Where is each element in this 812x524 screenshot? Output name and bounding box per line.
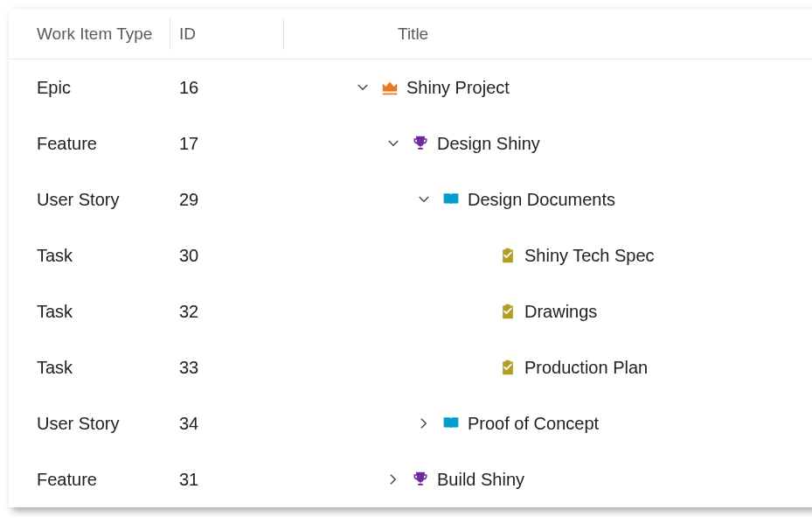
table-row[interactable]: Feature17Design Shiny <box>9 115 812 171</box>
work-item-id: 29 <box>170 190 284 210</box>
work-item-type: User Story <box>9 190 170 210</box>
chevron-down-icon[interactable] <box>415 191 433 208</box>
chevron-right-icon[interactable] <box>385 471 402 488</box>
work-item-title-cell: Shiny Tech Spec <box>284 246 812 266</box>
trophy-icon <box>411 470 430 489</box>
chevron-right-icon[interactable] <box>415 415 433 432</box>
column-header-type[interactable]: Work Item Type <box>9 18 170 50</box>
chevron-down-icon[interactable] <box>385 135 402 152</box>
work-item-id: 31 <box>170 470 284 490</box>
clipboard-icon <box>498 358 517 377</box>
work-item-title[interactable]: Build Shiny <box>437 470 524 490</box>
work-item-title-cell: Drawings <box>284 302 812 322</box>
table-row[interactable]: User Story29Design Documents <box>9 171 812 227</box>
column-header-title-label: Title <box>398 24 428 44</box>
table-header-row: Work Item Type ID Title <box>9 9 812 59</box>
work-item-title-cell: Build Shiny <box>284 470 812 490</box>
work-item-type: Epic <box>9 78 170 98</box>
work-item-id: 32 <box>170 302 284 322</box>
work-item-title[interactable]: Shiny Project <box>406 78 510 98</box>
column-header-id-label: ID <box>179 24 196 44</box>
table-row[interactable]: Task33Production Plan <box>9 339 812 395</box>
table-row[interactable]: Task32Drawings <box>9 283 812 339</box>
table-row[interactable]: Epic16Shiny Project <box>9 59 812 115</box>
column-header-title[interactable]: Title <box>284 18 812 50</box>
clipboard-icon <box>498 302 517 321</box>
work-item-type: User Story <box>9 414 170 434</box>
chevron-down-icon[interactable] <box>354 79 371 96</box>
clipboard-icon <box>498 246 517 265</box>
work-item-title[interactable]: Production Plan <box>524 358 648 378</box>
column-header-type-label: Work Item Type <box>37 24 152 44</box>
work-item-table: Work Item Type ID Title Epic16Shiny Proj… <box>9 9 812 507</box>
work-item-id: 16 <box>170 78 284 98</box>
column-header-id[interactable]: ID <box>170 18 284 50</box>
work-item-type: Task <box>9 302 170 322</box>
work-item-title-cell: Proof of Concept <box>284 414 812 434</box>
crown-icon <box>380 78 399 97</box>
work-item-title-cell: Production Plan <box>284 358 812 378</box>
work-item-title-cell: Design Shiny <box>284 134 812 154</box>
work-item-type: Task <box>9 246 170 266</box>
work-item-id: 17 <box>170 134 284 154</box>
book-icon <box>441 414 461 433</box>
work-item-title[interactable]: Proof of Concept <box>468 414 599 434</box>
work-item-title[interactable]: Drawings <box>524 302 597 322</box>
work-item-id: 33 <box>170 358 284 378</box>
table-row[interactable]: Task30Shiny Tech Spec <box>9 227 812 283</box>
work-item-title-cell: Shiny Project <box>284 78 812 98</box>
work-item-id: 34 <box>170 414 284 434</box>
work-item-title[interactable]: Shiny Tech Spec <box>524 246 655 266</box>
table-row[interactable]: User Story34Proof of Concept <box>9 395 812 451</box>
work-item-type: Feature <box>9 470 170 490</box>
work-item-type: Feature <box>9 134 170 154</box>
trophy-icon <box>411 134 430 153</box>
table-row[interactable]: Feature31Build Shiny <box>9 451 812 507</box>
book-icon <box>441 190 461 209</box>
work-item-type: Task <box>9 358 170 378</box>
work-item-title-cell: Design Documents <box>284 190 812 210</box>
work-item-title[interactable]: Design Shiny <box>437 134 540 154</box>
work-item-id: 30 <box>170 246 284 266</box>
work-item-title[interactable]: Design Documents <box>468 190 615 210</box>
